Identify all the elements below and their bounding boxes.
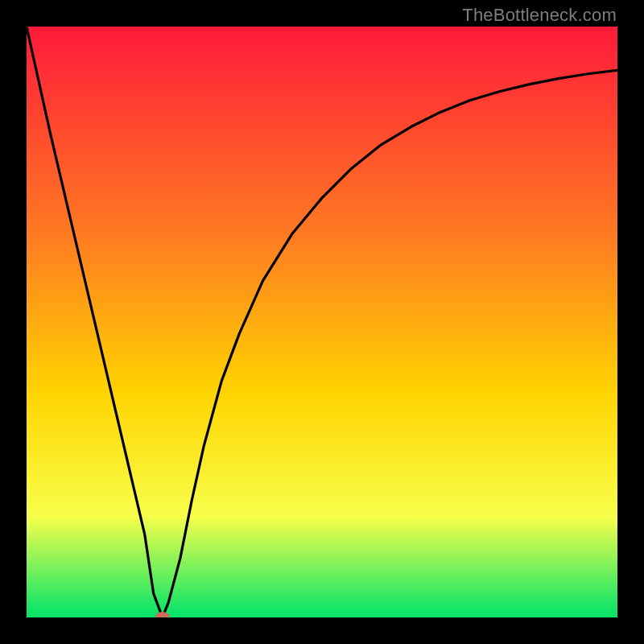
- gradient-background: [27, 27, 617, 617]
- chart-frame: [27, 27, 617, 617]
- bottleneck-chart: [27, 27, 617, 617]
- watermark-label: TheBottleneck.com: [462, 5, 617, 26]
